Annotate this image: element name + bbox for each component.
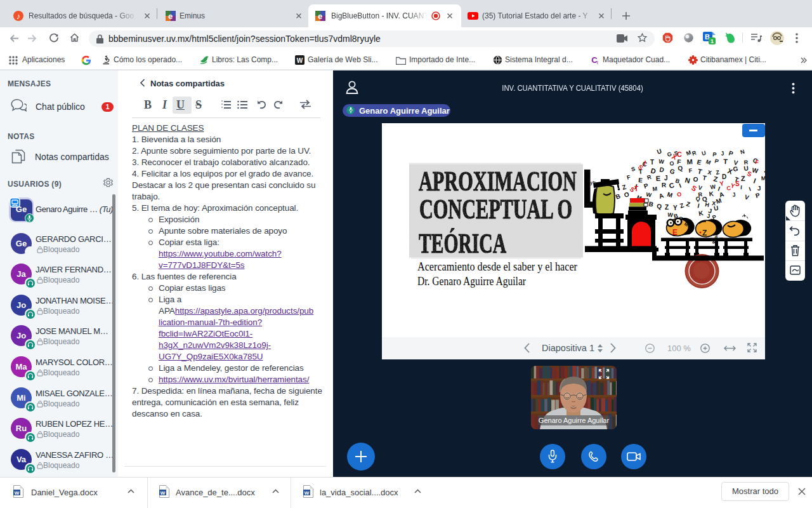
svg-text:W: W — [160, 490, 166, 496]
svg-text:F: F — [755, 159, 760, 166]
svg-text:T: T — [650, 159, 654, 166]
svg-text:X: X — [707, 169, 712, 176]
svg-text:K: K — [698, 210, 704, 217]
svg-text:E: E — [672, 228, 678, 237]
svg-text:I: I — [740, 184, 742, 190]
svg-text:Z: Z — [621, 184, 627, 191]
svg-text:D: D — [659, 166, 665, 173]
svg-text:Z: Z — [713, 175, 719, 183]
svg-text:W: W — [304, 490, 310, 496]
svg-text:M: M — [705, 158, 711, 166]
svg-text:A: A — [658, 192, 664, 200]
svg-text:I: I — [752, 177, 757, 185]
svg-text:R: R — [646, 173, 652, 181]
svg-text:e: e — [318, 11, 322, 21]
svg-text:T: T — [634, 185, 638, 192]
svg-text:R: R — [691, 149, 698, 157]
svg-text:B: B — [648, 200, 655, 208]
svg-text:W: W — [658, 158, 665, 165]
svg-text:Genaro Aguirre Aguilar: Genaro Aguirre Aguilar — [539, 417, 610, 424]
svg-text:W: W — [297, 57, 303, 64]
svg-text:Z: Z — [741, 175, 745, 182]
svg-text:P: P — [714, 157, 719, 164]
svg-text:F: F — [688, 167, 693, 174]
svg-text:V: V — [743, 193, 750, 201]
svg-text:N: N — [740, 149, 745, 156]
svg-text:O: O — [693, 175, 699, 183]
svg-text:W: W — [752, 166, 759, 175]
svg-text:M: M — [686, 157, 693, 166]
svg-text:F: F — [626, 174, 631, 181]
svg-text:K: K — [709, 190, 714, 197]
svg-text:J: J — [720, 150, 724, 157]
svg-text:P: P — [643, 182, 650, 189]
svg-text:e: e — [168, 11, 173, 21]
svg-text:T: T — [697, 167, 704, 175]
svg-text:E: E — [697, 158, 702, 166]
svg-text:APROXIMACION: APROXIMACION — [419, 165, 577, 197]
svg-text:Y: Y — [673, 204, 678, 211]
svg-text:Z: Z — [763, 167, 765, 175]
svg-text:W: W — [667, 211, 674, 218]
svg-text:M: M — [652, 185, 658, 192]
svg-text:Dr. Genaro Aguirre Aguilar: Dr. Genaro Aguirre Aguilar — [417, 275, 526, 288]
svg-text:♪: ♪ — [16, 11, 21, 21]
svg-text:E: E — [655, 175, 660, 182]
svg-text:Q: Q — [678, 164, 684, 172]
svg-text:G: G — [733, 165, 738, 173]
svg-text:W: W — [15, 490, 20, 496]
svg-text:O: O — [669, 160, 674, 167]
svg-text:P: P — [712, 151, 717, 158]
svg-text:P: P — [755, 191, 761, 199]
svg-text:Z: Z — [702, 229, 707, 237]
svg-text:Z: Z — [685, 200, 691, 208]
svg-text:T: T — [723, 157, 728, 165]
svg-text:1: 1 — [710, 38, 714, 44]
svg-text:Z: Z — [679, 202, 684, 210]
svg-text:R: R — [662, 182, 667, 189]
svg-text:S: S — [690, 184, 698, 192]
svg-text:U: U — [713, 204, 719, 212]
svg-text:M: M — [666, 190, 673, 199]
svg-text:T: T — [702, 174, 707, 182]
svg-text:ℓ: ℓ — [596, 60, 599, 65]
svg-text:Z: Z — [665, 204, 669, 211]
svg-text:O: O — [676, 191, 682, 198]
svg-text:S: S — [735, 180, 740, 187]
svg-text:M: M — [761, 175, 765, 182]
svg-text:W: W — [646, 191, 653, 198]
svg-text:C: C — [677, 150, 682, 158]
svg-text:Q: Q — [657, 203, 662, 210]
svg-text:P: P — [728, 149, 734, 157]
svg-text:I: I — [697, 202, 700, 209]
svg-text:C: C — [668, 181, 675, 190]
svg-text:Acercamiento desde el saber y: Acercamiento desde el saber y el hacer — [417, 260, 577, 273]
svg-text:G: G — [669, 168, 676, 176]
svg-text:S: S — [631, 166, 636, 173]
svg-text:B: B — [615, 192, 622, 201]
svg-text:J: J — [757, 185, 761, 192]
svg-text:V: V — [698, 184, 703, 191]
svg-text:N: N — [684, 176, 691, 185]
svg-text:Y: Y — [719, 180, 724, 187]
svg-text:CONCEPTUAL O: CONCEPTUAL O — [419, 193, 572, 225]
svg-text:W: W — [710, 184, 716, 190]
svg-text:I: I — [678, 182, 683, 189]
svg-text:J: J — [664, 175, 668, 182]
svg-text:U: U — [656, 147, 663, 156]
svg-text:D: D — [650, 166, 657, 175]
svg-text:J: J — [732, 191, 737, 198]
svg-text:yh: yh — [590, 180, 596, 185]
svg-text:O: O — [623, 190, 630, 199]
svg-text:U: U — [701, 150, 707, 157]
svg-text:TEÓRICA: TEÓRICA — [419, 227, 506, 259]
svg-text:I: I — [748, 186, 752, 192]
